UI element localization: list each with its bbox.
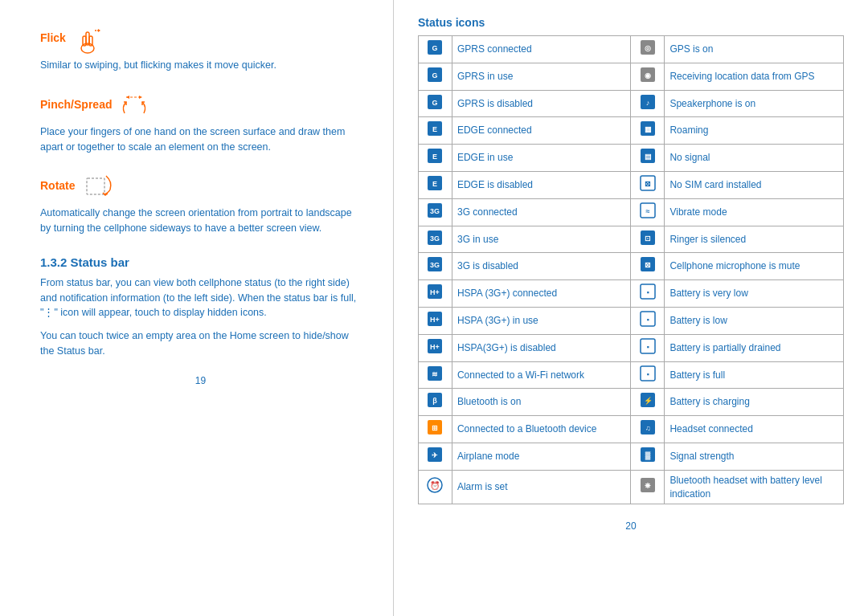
right-icon-cell: ♫ <box>631 416 665 443</box>
left-icon-cell: G <box>419 63 452 90</box>
left-text-cell: EDGE is disabled <box>452 171 631 198</box>
left-text-cell: 3G is disabled <box>452 253 631 280</box>
svg-text:β: β <box>433 397 438 405</box>
right-icon-cell: ⊠ <box>631 253 665 280</box>
flick-body: Similar to swiping, but flicking makes i… <box>40 58 276 73</box>
svg-text:❋: ❋ <box>645 482 651 490</box>
left-text-cell: Connected to a Bluetooth device <box>452 416 631 443</box>
right-text-cell: Roaming <box>665 117 844 145</box>
right-icon-cell: ⊠ <box>631 171 665 198</box>
page-number-left: 19 <box>40 375 361 386</box>
flick-title: Flick <box>40 31 66 44</box>
left-icon-cell: ✈ <box>419 443 452 470</box>
left-icon-cell: G <box>419 90 452 117</box>
left-text-cell: GPRS in use <box>452 63 631 90</box>
left-text-cell: HSPA(3G+) is disabled <box>452 334 631 361</box>
svg-text:⊠: ⊠ <box>645 180 651 188</box>
right-text-cell: GPS is on <box>665 36 844 63</box>
left-text-cell: Airplane mode <box>452 443 631 470</box>
table-row: β Bluetooth is on ⚡ Battery is charging <box>419 389 844 416</box>
svg-text:3G: 3G <box>430 207 440 215</box>
status-icons-table: G GPRS connected ◎ GPS is on G GPRS in u… <box>418 35 844 504</box>
left-icon-cell: 3G <box>419 226 452 253</box>
rotate-gesture-icon <box>82 172 116 202</box>
right-icon-cell: ▓ <box>631 443 665 470</box>
svg-text:♫: ♫ <box>645 424 651 432</box>
left-text-cell: 3G connected <box>452 198 631 226</box>
table-row: ✈ Airplane mode ▓ Signal strength <box>419 443 844 470</box>
pinch-gesture-icon <box>118 91 150 121</box>
right-text-cell: Ringer is silenced <box>665 226 844 253</box>
svg-text:◎: ◎ <box>645 44 651 52</box>
left-text-cell: EDGE connected <box>452 117 631 145</box>
left-text-cell: Bluetooth is on <box>452 389 631 416</box>
svg-text:H+: H+ <box>431 343 440 351</box>
table-row: H+ HSPA (3G+) connected ▪ Battery is ver… <box>419 280 844 308</box>
svg-text:E: E <box>432 153 437 161</box>
table-row: 3G 3G is disabled ⊠ Cellphone microphone… <box>419 253 844 280</box>
status-bar-para2: You can touch twice an empty area on the… <box>40 328 361 359</box>
svg-text:H+: H+ <box>431 316 440 324</box>
svg-text:▪: ▪ <box>646 288 649 296</box>
right-text-cell: No SIM card installed <box>665 171 844 198</box>
svg-text:▪: ▪ <box>646 370 649 378</box>
svg-text:▪: ▪ <box>646 316 649 324</box>
page-right: Status icons G GPRS connected ◎ GPS is o… <box>394 0 868 616</box>
left-icon-cell: E <box>419 171 452 198</box>
pinch-title: Pinch/Spread <box>40 98 112 111</box>
svg-text:▤: ▤ <box>644 153 651 161</box>
right-text-cell: Vibrate mode <box>665 198 844 226</box>
right-icon-cell: ▪ <box>631 334 665 361</box>
left-text-cell: HSPA (3G+) connected <box>452 280 631 308</box>
svg-text:⏰: ⏰ <box>430 480 440 491</box>
status-icons-title: Status icons <box>418 16 844 29</box>
table-row: G GPRS in use ◉ Receiving location data … <box>419 63 844 90</box>
right-icon-cell: ▪ <box>631 280 665 308</box>
table-row: 3G 3G connected ≈ Vibrate mode <box>419 198 844 226</box>
table-row: 3G 3G in use ⊡ Ringer is silenced <box>419 226 844 253</box>
left-text-cell: Alarm is set <box>452 470 631 504</box>
svg-text:≈: ≈ <box>645 207 649 215</box>
svg-text:◉: ◉ <box>645 71 651 80</box>
right-icon-cell: ▦ <box>631 117 665 145</box>
rotate-section: Rotate Automatically change the screen o… <box>40 172 361 249</box>
right-text-cell: Cellphone microphone is mute <box>665 253 844 280</box>
left-text-cell: GPRS is disabled <box>452 90 631 117</box>
right-text-cell: Battery is full <box>665 361 844 389</box>
status-bar-heading: 1.3.2 Status bar <box>40 255 361 269</box>
right-text-cell: Bluetooth headset with battery level ind… <box>665 470 844 504</box>
page-left: Flick Similar to swiping, but flicking m… <box>0 0 394 616</box>
svg-text:♪: ♪ <box>646 99 650 107</box>
rotate-body: Automatically change the screen orientat… <box>40 206 361 236</box>
right-text-cell: Receiving location data from GPS <box>665 63 844 90</box>
table-row: ⏰ Alarm is set ❋ Bluetooth headset with … <box>419 470 844 504</box>
pinch-section: Pinch/Spread Place your fingers of one h… <box>40 91 361 168</box>
left-icon-cell: 3G <box>419 253 452 280</box>
table-row: G GPRS is disabled ♪ Speakerphone is on <box>419 90 844 117</box>
right-text-cell: Speakerphone is on <box>665 90 844 117</box>
svg-text:▓: ▓ <box>645 451 651 460</box>
right-icon-cell: ♪ <box>631 90 665 117</box>
left-text-cell: GPRS connected <box>452 36 631 63</box>
svg-text:✈: ✈ <box>432 451 438 459</box>
table-row: E EDGE in use ▤ No signal <box>419 145 844 172</box>
right-text-cell: Battery is low <box>665 307 844 334</box>
svg-text:3G: 3G <box>430 261 440 269</box>
right-icon-cell: ▪ <box>631 307 665 334</box>
right-text-cell: No signal <box>665 145 844 172</box>
left-icon-cell: 3G <box>419 198 452 226</box>
left-text-cell: 3G in use <box>452 226 631 253</box>
svg-text:E: E <box>432 125 437 133</box>
left-icon-cell: E <box>419 145 452 172</box>
pinch-body: Place your fingers of one hand on the sc… <box>40 124 361 155</box>
svg-text:H+: H+ <box>431 288 440 296</box>
svg-text:G: G <box>432 44 438 52</box>
svg-text:⊠: ⊠ <box>645 261 651 269</box>
left-icon-cell: H+ <box>419 280 452 308</box>
page-number-right: 20 <box>418 520 844 532</box>
svg-text:▦: ▦ <box>644 125 651 133</box>
left-text-cell: EDGE in use <box>452 145 631 172</box>
right-icon-cell: ⊡ <box>631 226 665 253</box>
status-bar-para1: From status bar, you can view both cellp… <box>40 275 361 320</box>
svg-rect-5 <box>87 178 104 194</box>
